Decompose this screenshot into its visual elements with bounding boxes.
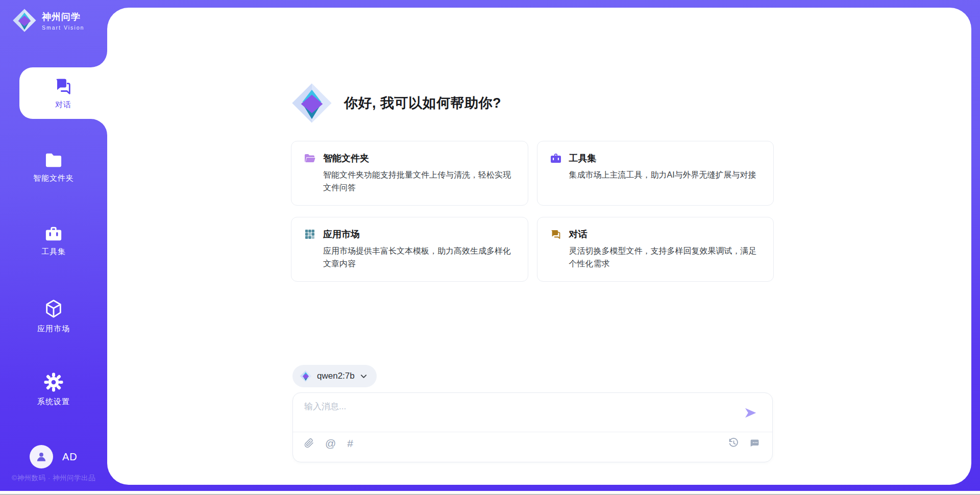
sidebar-item-label: 智能文件夹 — [33, 174, 74, 182]
card-title: 应用市场 — [323, 228, 360, 240]
user-account[interactable]: AD — [30, 445, 78, 468]
feature-cards: 智能文件夹 智能文件夹功能支持批量文件上传与清洗，轻松实现文件问答 工具集 集成… — [291, 141, 774, 282]
brand-diamond-icon — [300, 370, 312, 382]
card-description: 灵活切换多模型文件，支持多样回复效果调试，满足个性化需求 — [569, 245, 762, 270]
brand-diamond-icon — [12, 8, 37, 33]
sidebar-item-smart-folder[interactable]: 智能文件夹 — [0, 152, 107, 183]
chat-icon — [54, 77, 73, 95]
sidebar-item-chat[interactable]: 对话 — [19, 67, 107, 119]
card-title: 工具集 — [569, 152, 597, 164]
message-bubble-icon[interactable] — [749, 438, 760, 449]
card-title: 智能文件夹 — [323, 152, 369, 164]
user-icon — [35, 450, 48, 463]
sidebar-item-app-market[interactable]: 应用市场 — [0, 299, 107, 334]
send-icon[interactable] — [743, 405, 758, 420]
card-smart-folder[interactable]: 智能文件夹 智能文件夹功能支持批量文件上传与清洗，轻松实现文件问答 — [291, 141, 528, 206]
sidebar-item-label: 应用市场 — [37, 324, 70, 333]
brand-subtitle: Smart Vision — [42, 24, 84, 31]
user-name: AD — [62, 451, 78, 463]
chat-icon — [550, 228, 562, 240]
card-description: 智能文件夹功能支持批量文件上传与清洗，轻松实现文件问答 — [323, 169, 516, 194]
main-panel: 你好, 我可以如何帮助你? 智能文件夹 智能文件夹功能支持批量文件上传与清洗，轻… — [107, 8, 971, 485]
card-chat[interactable]: 对话 灵活切换多模型文件，支持多样回复效果调试，满足个性化需求 — [537, 217, 774, 282]
avatar — [30, 445, 53, 468]
toolbox-icon — [550, 152, 562, 164]
folder-open-icon — [304, 152, 316, 164]
brand-diamond-icon — [291, 82, 333, 124]
mention-icon[interactable]: @ — [325, 438, 336, 449]
card-app-market[interactable]: 应用市场 应用市场提供丰富长文本模板，助力高效生成多样化文章内容 — [291, 217, 528, 282]
card-title: 对话 — [569, 228, 587, 240]
card-description: 应用市场提供丰富长文本模板，助力高效生成多样化文章内容 — [323, 245, 516, 270]
card-description: 集成市场上主流工具，助力AI与外界无缝扩展与对接 — [569, 169, 762, 182]
card-toolset[interactable]: 工具集 集成市场上主流工具，助力AI与外界无缝扩展与对接 — [537, 141, 774, 206]
sidebar-item-label: 系统设置 — [37, 397, 70, 406]
message-composer: @ # — [292, 392, 773, 462]
sidebar: 神州问学 Smart Vision 对话 智能文件夹 — [0, 0, 107, 491]
sidebar-item-toolset[interactable]: 工具集 — [0, 225, 107, 257]
grid-icon — [304, 228, 316, 240]
folder-icon — [44, 152, 63, 168]
greeting-title: 你好, 我可以如何帮助你? — [344, 94, 501, 112]
history-icon[interactable] — [728, 438, 739, 449]
attachment-icon[interactable] — [304, 438, 314, 449]
brand-name: 神州问学 — [42, 11, 84, 23]
sidebar-item-chat-active: 对话 — [19, 51, 107, 135]
sidebar-item-settings[interactable]: 系统设置 — [0, 373, 107, 407]
sidebar-item-label: 工具集 — [41, 247, 66, 256]
greeting: 你好, 我可以如何帮助你? — [291, 82, 501, 124]
composer-divider — [293, 432, 772, 432]
cube-icon — [44, 299, 63, 319]
model-selector[interactable]: qwen2:7b — [292, 365, 377, 387]
hashtag-icon[interactable]: # — [347, 438, 353, 449]
app-background: 你好, 我可以如何帮助你? 智能文件夹 智能文件夹功能支持批量文件上传与清洗，轻… — [0, 0, 980, 491]
brand-logo: 神州问学 Smart Vision — [12, 8, 84, 33]
copyright-footer: ©神州数码 · 神州问学出品 — [0, 474, 107, 483]
chevron-down-icon — [360, 373, 368, 380]
gear-icon — [44, 373, 63, 392]
toolbox-icon — [44, 225, 63, 242]
model-name: qwen2:7b — [317, 371, 355, 381]
message-input[interactable] — [304, 401, 723, 426]
sidebar-item-label: 对话 — [55, 100, 71, 110]
